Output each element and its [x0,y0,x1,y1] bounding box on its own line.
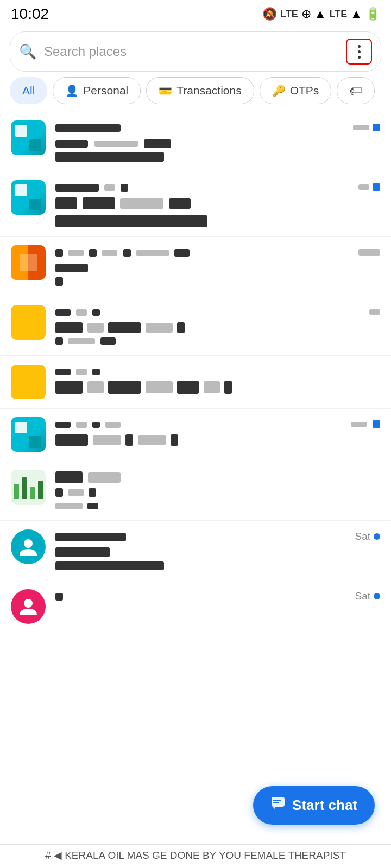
message-time [369,309,380,315]
signal-icon: ▲ [314,7,326,21]
message-preview [55,433,380,446]
message-list: Sat Sat [0,112,391,698]
sender-name [55,305,100,319]
list-item[interactable]: Sat [0,521,391,580]
svg-rect-2 [272,797,285,807]
message-content [55,365,380,394]
message-preview [55,381,380,394]
sender-name [55,529,126,544]
svg-point-0 [24,539,33,548]
sender-name [55,589,63,603]
fab-container: Start chat [253,786,375,825]
message-content [55,245,380,287]
status-bar: 10:02 🔕 LTE ⊕ ▲ LTE ▲ 🔋 [0,0,391,26]
tab-personal[interactable]: 👤 Personal [53,77,141,104]
message-time [358,183,380,191]
message-preview-2 [55,500,380,512]
sender-name [55,470,121,484]
time-text: Sat [355,590,370,602]
message-time [351,420,380,428]
lte-icon: LTE [280,9,298,20]
avatar [11,470,46,505]
message-content [55,417,380,446]
message-header: Sat [55,529,380,544]
avatar [11,365,46,399]
signal2-icon: ▲ [350,7,362,21]
person-silhouette-icon [18,537,38,557]
message-time [353,124,380,131]
list-item[interactable]: Sat [0,580,391,633]
search-placeholder: Search places [44,44,342,59]
time-text: Sat [355,531,370,542]
bottom-bar: # ◀ KERALA OIL MAS GE DONE BY YOU FEMALE… [0,844,391,868]
card-icon: 💳 [159,84,172,97]
tab-tags[interactable]: 🏷 [337,77,375,104]
message-header: Sat [55,589,380,603]
list-item[interactable] [0,461,391,521]
svg-point-1 [24,599,33,608]
list-item[interactable] [0,409,391,461]
sender-name [55,245,190,259]
tab-all[interactable]: All [10,77,47,104]
list-item[interactable] [0,356,391,409]
avatar [11,245,46,280]
bottom-bar-text: # ◀ KERALA OIL MAS GE DONE BY YOU FEMALE… [45,849,346,861]
tab-transactions[interactable]: 💳 Transactions [146,77,254,104]
message-time: Sat [355,531,380,542]
avatar [11,529,46,564]
avatar [11,589,46,624]
message-preview-2 [55,275,380,287]
sender-name [55,417,121,431]
key-icon: 🔑 [272,84,286,97]
message-preview [55,321,380,334]
filter-tabs: All 👤 Personal 💳 Transactions 🔑 OTPs 🏷 [0,77,391,112]
sender-name [55,365,100,379]
tab-all-label: All [22,84,35,97]
unread-indicator [374,593,380,599]
message-content: Sat [55,589,380,605]
message-header [55,120,380,135]
message-preview-2 [55,150,380,162]
lte2-icon: LTE [330,9,348,20]
avatar [11,305,46,340]
status-time: 10:02 [11,5,49,23]
message-header [55,180,380,194]
mute-icon: 🔕 [262,7,277,21]
avatar [11,417,46,452]
list-item[interactable] [0,296,391,356]
sender-name [55,180,128,194]
wifi-icon: ⊕ [301,7,311,21]
message-preview-3 [55,215,380,227]
more-options-button[interactable] [346,39,372,65]
tab-transactions-label: Transactions [176,84,241,97]
message-time [358,249,380,256]
search-bar[interactable]: 🔍 Search places [10,31,381,72]
status-icons: 🔕 LTE ⊕ ▲ LTE ▲ 🔋 [262,7,380,21]
message-content [55,305,380,347]
message-preview-2 [55,559,380,571]
chat-icon [270,796,286,815]
start-chat-button[interactable]: Start chat [253,786,375,825]
start-chat-label: Start chat [292,797,357,814]
avatar [11,180,46,215]
message-preview [55,546,380,558]
message-header [55,245,380,259]
tab-otps-label: OTPs [290,84,319,97]
battery-icon: 🔋 [365,7,380,21]
list-item[interactable] [0,171,391,237]
message-preview [55,137,380,149]
message-header [55,365,380,379]
list-item[interactable] [0,237,391,296]
message-header [55,417,380,431]
unread-indicator [374,533,380,540]
sender-name [55,120,121,135]
message-content: Sat [55,529,380,571]
message-content [55,120,380,162]
message-time: Sat [355,590,380,602]
message-content [55,180,380,227]
message-preview [55,196,380,209]
list-item[interactable] [0,112,391,171]
tab-otps[interactable]: 🔑 OTPs [260,77,332,104]
svg-rect-3 [273,800,281,801]
person-silhouette-icon [18,597,38,616]
